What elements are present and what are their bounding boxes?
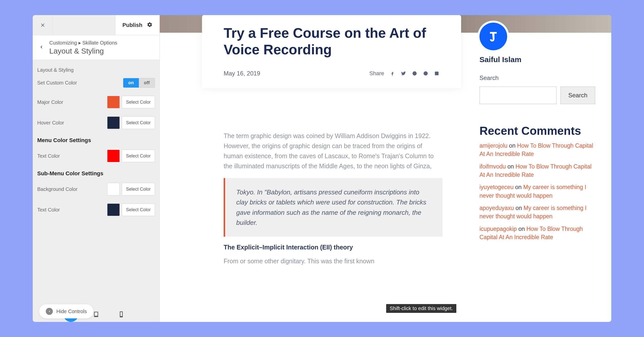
label-hover-color: Hover Color <box>37 120 64 126</box>
back-button[interactable] <box>39 44 44 51</box>
heading-submenu-color: Sub-Menu Color Settings <box>37 170 155 177</box>
section-label: Layout & Styling <box>37 67 155 73</box>
select-sub-text-color[interactable]: Select Color <box>122 203 155 216</box>
device-bar: Hide Controls <box>33 299 159 322</box>
select-major-color[interactable]: Select Color <box>122 96 155 108</box>
svg-point-0 <box>413 71 417 76</box>
publish-tab[interactable]: Publish <box>115 15 159 35</box>
swatch-sub-text-color[interactable] <box>107 203 120 216</box>
comment-author[interactable]: iyuyetogeceu <box>479 184 514 190</box>
label-major-color: Major Color <box>37 99 63 105</box>
facebook-icon[interactable] <box>390 71 395 76</box>
comment-item: icupuepagokip on How To Blow Through Cap… <box>479 225 595 242</box>
breadcrumb-path: Customizing ▸ Skillate Options <box>49 40 117 46</box>
publish-label: Publish <box>123 22 142 28</box>
chevron-left-icon <box>39 44 44 50</box>
select-hover-color[interactable]: Select Color <box>122 116 155 129</box>
search-input[interactable] <box>479 87 556 104</box>
hide-controls-label: Hide Controls <box>56 309 87 314</box>
comment-on: on <box>509 142 516 149</box>
toggle-custom-color[interactable]: on off <box>123 78 155 88</box>
sidebar-top-row: Publish <box>33 15 159 35</box>
close-button[interactable] <box>33 15 53 35</box>
select-text-color[interactable]: Select Color <box>122 150 155 162</box>
preview-pane: Try a Free Course on the Art of Voice Re… <box>160 15 611 322</box>
swatch-bg-color[interactable] <box>107 183 120 195</box>
comment-on: on <box>518 226 525 232</box>
avatar <box>479 23 507 50</box>
row-hover-color: Hover Color Select Color <box>37 116 155 129</box>
toggle-off[interactable]: off <box>139 78 155 88</box>
twitter-icon[interactable] <box>401 71 406 76</box>
svg-point-1 <box>424 71 428 76</box>
comment-item: apoyeduyaxu on My career is something I … <box>479 204 595 221</box>
search-row: Search <box>479 87 595 104</box>
comment-item: ifoifmvodu on How To Blow Through Capita… <box>479 162 595 179</box>
paragraph-2: From or some other dignitary. This was t… <box>224 256 442 266</box>
comment-author[interactable]: icupuepagokip <box>479 226 517 232</box>
article-meta: May 16, 2019 Share <box>224 70 439 77</box>
edit-widget-tooltip: Shift-click to edit this widget. <box>386 304 456 313</box>
comment-item: iyuyetogeceu on My career is something I… <box>479 183 595 200</box>
tablet-icon <box>93 311 100 318</box>
recent-comments-title: Recent Comments <box>479 124 595 138</box>
article-date: May 16, 2019 <box>224 70 260 77</box>
row-major-color: Major Color Select Color <box>37 96 155 108</box>
author-name: Saiful Islam <box>479 55 595 64</box>
heading-menu-color: Menu Color Settings <box>37 137 155 144</box>
swatch-hover-color[interactable] <box>107 116 120 129</box>
comment-on: on <box>507 163 514 170</box>
device-mobile[interactable] <box>114 307 129 322</box>
linkedin-icon[interactable] <box>434 71 439 76</box>
customizer-frame: Publish Customizing ▸ Skillate Options L… <box>33 15 611 322</box>
row-bg-color: Background Color Select Color <box>37 183 155 195</box>
comment-on: on <box>515 205 522 211</box>
article-body: The term graphic design was coined by Wi… <box>224 131 442 273</box>
comment-author[interactable]: amijerojolu <box>479 142 507 149</box>
row-sub-text-color: Text Color Select Color <box>37 203 155 216</box>
blockquote: Tokyo. In "Babylon, artisans pressed cun… <box>224 178 442 237</box>
label-sub-text-color: Text Color <box>37 207 60 213</box>
gear-icon[interactable] <box>147 22 152 28</box>
pinterest-icon[interactable] <box>423 71 428 76</box>
spacer <box>53 15 115 35</box>
article-card: Try a Free Course on the Art of Voice Re… <box>202 15 461 88</box>
comment-author[interactable]: apoyeduyaxu <box>479 205 514 211</box>
label-set-custom-color: Set Custom Color <box>37 80 77 86</box>
swatch-major-color[interactable] <box>107 96 120 108</box>
toggle-on[interactable]: on <box>123 78 139 88</box>
comment-item: amijerojolu on How To Blow Through Capit… <box>479 142 595 158</box>
logo-icon <box>487 30 500 43</box>
row-text-color: Text Color Select Color <box>37 150 155 162</box>
hide-controls-button[interactable]: Hide Controls <box>39 304 93 318</box>
search-label: Search <box>479 74 595 81</box>
panel-body: Layout & Styling Set Custom Color on off… <box>33 60 159 322</box>
article-title: Try a Free Course on the Art of Voice Re… <box>224 25 439 58</box>
collapse-icon <box>46 308 53 315</box>
share-block: Share <box>369 70 439 77</box>
comment-author[interactable]: ifoifmvodu <box>479 163 506 170</box>
comment-on: on <box>515 184 522 190</box>
recent-comments-list: amijerojolu on How To Blow Through Capit… <box>479 142 595 241</box>
customizer-sidebar: Publish Customizing ▸ Skillate Options L… <box>33 15 160 322</box>
label-text-color: Text Color <box>37 153 60 159</box>
share-label: Share <box>369 70 384 77</box>
select-bg-color[interactable]: Select Color <box>122 183 155 195</box>
svg-rect-2 <box>435 72 439 75</box>
paragraph-1: The term graphic design was coined by Wi… <box>224 131 442 171</box>
subheading: The Explicit–Implicit Interaction (EII) … <box>224 244 442 251</box>
search-button[interactable]: Search <box>560 87 595 104</box>
googleplus-icon[interactable] <box>412 71 417 76</box>
row-set-custom-color: Set Custom Color on off <box>37 78 155 88</box>
breadcrumb: Customizing ▸ Skillate Options Layout & … <box>33 35 159 60</box>
widget-column: Saiful Islam Search Search Recent Commen… <box>479 23 595 241</box>
label-bg-color: Background Color <box>37 186 77 192</box>
mobile-icon <box>118 311 125 318</box>
swatch-text-color[interactable] <box>107 150 120 162</box>
close-icon <box>40 22 46 28</box>
breadcrumb-title: Layout & Styling <box>49 47 117 55</box>
